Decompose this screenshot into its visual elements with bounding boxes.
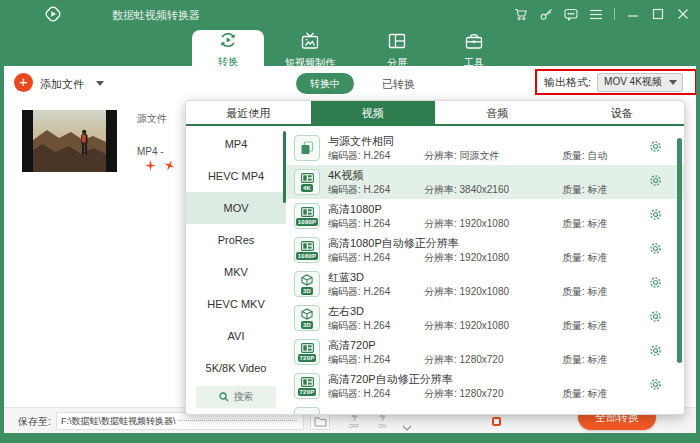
path-truncation — [179, 420, 298, 421]
converting-tab[interactable]: 转换中 — [296, 73, 354, 94]
output-format-value: MOV 4K视频 — [604, 75, 669, 89]
settings-gear-icon[interactable] — [640, 343, 670, 361]
tab-tools[interactable]: 工具 — [438, 31, 510, 66]
effect-burst-icon — [164, 160, 175, 171]
quality-info: 质量: 自动 — [562, 149, 640, 162]
search-button[interactable]: 搜索 — [196, 386, 276, 408]
settings-gear-icon[interactable] — [640, 275, 670, 293]
format-badge: 720P — [298, 388, 317, 396]
resolution-info: 分辨率: 同源文件 — [424, 149, 562, 162]
format-title: 左右3D — [328, 305, 640, 318]
toolbox-icon — [464, 31, 484, 55]
format-badge: 3D — [301, 321, 313, 329]
sidebar-item-mov[interactable]: MOV — [186, 192, 286, 224]
quality-info: 质量: 标准 — [562, 285, 640, 298]
search-icon — [219, 392, 229, 402]
split-screen-icon — [387, 31, 407, 55]
quality-info: 质量: 标准 — [562, 387, 640, 400]
tab-convert[interactable]: 转换 — [192, 30, 264, 66]
panel-tab-device[interactable]: 设备 — [560, 101, 685, 124]
format-row[interactable]: 3D 红蓝3D 编码器: H.264 分辨率: 1920x1080 质量: 标准 — [286, 267, 684, 301]
format-title: 高清1080P自动修正分辨率 — [328, 237, 640, 250]
format-row[interactable]: 1080P 高清1080P自动修正分辨率 编码器: H.264 分辨率: 192… — [286, 233, 684, 267]
format-title: 4K视频 — [328, 169, 640, 182]
format-sidebar: MP4 HEVC MP4 MOV ProRes MKV HEVC MKV AVI… — [186, 128, 286, 414]
output-format-panel: 最近使用 视频 音频 设备 MP4 HEVC MP4 MOV ProRes MK… — [185, 100, 685, 415]
panel-tab-video[interactable]: 视频 — [311, 101, 436, 124]
panel-tab-recent[interactable]: 最近使用 — [186, 101, 311, 124]
format-row[interactable]: 3D 左右3D 编码器: H.264 分辨率: 1920x1080 质量: 标准 — [286, 301, 684, 335]
quality-info: 质量: 标准 — [562, 183, 640, 196]
format-badge: 3D — [301, 287, 313, 295]
film-icon: 4K — [294, 169, 320, 195]
settings-gear-icon[interactable] — [640, 309, 670, 327]
format-row[interactable]: 720P 高清720P自动修正分辨率 编码器: H.264 分辨率: 1280x… — [286, 369, 684, 403]
format-badge: 4K — [301, 184, 313, 192]
settings-gear-icon[interactable] — [640, 207, 670, 225]
panel-tab-audio[interactable]: 音频 — [435, 101, 560, 124]
add-files-caret-icon[interactable] — [96, 81, 104, 86]
source-file-label: 源文件 — [137, 112, 167, 126]
format-badge: 1080P — [296, 218, 318, 226]
maximize-icon[interactable] — [651, 7, 665, 21]
settings-gear-icon[interactable] — [640, 241, 670, 259]
file-effect-icons — [145, 160, 175, 171]
format-row[interactable]: 1080P 高清1080P 编码器: H.264 分辨率: 1920x1080 … — [286, 199, 684, 233]
sidebar-item-5k8k[interactable]: 5K/8K Video — [186, 352, 286, 384]
encoder-info: 编码器: H.264 — [328, 217, 424, 230]
app-title: 数据蛙视频转换器 — [112, 8, 200, 23]
format-badge: 720P — [298, 354, 317, 362]
format-row[interactable]: 标清480P — [286, 403, 684, 415]
effect-star-icon — [145, 160, 156, 171]
sidebar-item-mkv[interactable]: MKV — [186, 256, 286, 288]
format-title: 高清720P自动修正分辨率 — [328, 373, 640, 386]
settings-gear-icon[interactable] — [640, 377, 670, 395]
output-format-caret-icon — [669, 80, 677, 85]
add-files-label[interactable]: 添加文件 — [40, 77, 84, 92]
quality-info: 质量: 标准 — [562, 217, 640, 230]
titlebar-separator — [614, 8, 615, 20]
cube-3d-icon: 3D — [294, 305, 320, 331]
convert-icon — [218, 30, 238, 54]
format-list: 与源文件相同 编码器: H.264 分辨率: 同源文件 质量: 自动 — [286, 128, 684, 414]
format-row[interactable]: 与源文件相同 编码器: H.264 分辨率: 同源文件 质量: 自动 — [286, 131, 684, 165]
cart-icon[interactable] — [514, 7, 528, 21]
sidebar-item-hevc-mp4[interactable]: HEVC MP4 — [186, 160, 286, 192]
sidebar-item-prores[interactable]: ProRes — [186, 224, 286, 256]
film-icon: 1080P — [294, 203, 320, 229]
short-video-icon — [300, 31, 320, 55]
encoder-info: 编码器: H.264 — [328, 319, 424, 332]
video-thumbnail — [22, 110, 117, 172]
settings-gear-icon[interactable] — [640, 173, 670, 191]
sidebar-item-avi[interactable]: AVI — [186, 320, 286, 352]
merge-checkbox[interactable] — [492, 417, 501, 426]
tab-short-video[interactable]: 短视频制作 — [265, 31, 355, 66]
sidebar-item-mp4[interactable]: MP4 — [186, 128, 286, 160]
minimize-icon[interactable] — [626, 7, 640, 21]
settings-gear-icon[interactable] — [640, 139, 670, 157]
format-row[interactable]: 720P 高清720P 编码器: H.264 分辨率: 1280x720 质量:… — [286, 335, 684, 369]
list-scrollbar[interactable] — [677, 138, 682, 363]
format-badge: 1080P — [296, 252, 318, 260]
add-files-button[interactable]: + — [14, 73, 33, 92]
format-title: 与源文件相同 — [328, 135, 640, 148]
close-icon[interactable] — [676, 7, 690, 21]
film-icon: 1080P — [294, 237, 320, 263]
tab-split-screen[interactable]: 分屏 — [361, 31, 433, 66]
chevron-down-icon[interactable] — [402, 417, 412, 433]
app-logo-icon — [44, 5, 62, 23]
off-label: OFF — [349, 423, 359, 429]
output-format-select[interactable]: MOV 4K视频 — [597, 73, 683, 92]
menu-icon[interactable] — [589, 7, 603, 21]
key-icon[interactable] — [539, 7, 553, 21]
resolution-info: 分辨率: 1280x720 — [424, 353, 562, 366]
quality-info: 质量: 标准 — [562, 251, 640, 264]
format-row[interactable]: 4K 4K视频 编码器: H.264 分辨率: 3840x2160 质量: 标准 — [286, 165, 684, 199]
encoder-info: 编码器: H.264 — [328, 353, 424, 366]
panel-body: MP4 HEVC MP4 MOV ProRes MKV HEVC MKV AVI… — [186, 128, 684, 414]
sidebar-item-hevc-mkv[interactable]: HEVC MKV — [186, 288, 286, 320]
content-area: + 添加文件 转换中 已转换 输出格式: MOV 4K视频 — [4, 66, 696, 433]
converted-tab[interactable]: 已转换 — [382, 77, 415, 92]
feedback-chat-icon[interactable] — [564, 7, 578, 21]
format-title: 高清720P — [328, 339, 640, 352]
